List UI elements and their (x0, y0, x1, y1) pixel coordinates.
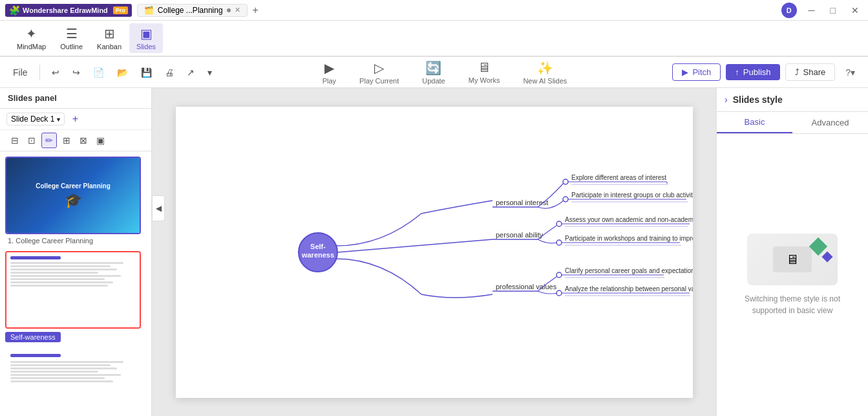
panel-note: Switching theme style is not supported i… (727, 293, 858, 316)
svg-text:Analyze the relationship betwe: Analyze the relationship between persona… (565, 285, 693, 292)
deck-selector[interactable]: Slide Deck 1 ▾ (6, 113, 65, 126)
center-actions: ▶ Play ▷ Play Current 🔄 Update 🖥 My Work… (217, 58, 673, 87)
slide-1-thumbnail[interactable]: College Career Planning 🎓 1. College Car… (5, 157, 146, 245)
right-panel: › Slides style Basic Advanced 🖥 Switchin… (716, 88, 868, 416)
grid-view-button[interactable]: ⊟ (8, 133, 22, 148)
pro-badge: Pro (113, 6, 128, 14)
undo-button[interactable]: ↩ (47, 65, 65, 80)
slide-3-preview (5, 349, 141, 416)
new-ai-slides-icon: ✨ (537, 60, 553, 76)
mindmap-label: MindMap (17, 43, 46, 50)
slide-2-lines (10, 262, 136, 287)
svg-text:personal ability: personal ability (496, 231, 544, 239)
slide-canvas[interactable]: Self- wareness personal interest (176, 107, 693, 398)
print-button[interactable]: 🖨 (160, 65, 179, 80)
outline-view-button[interactable]: ⊞ (59, 133, 74, 148)
play-current-icon: ▷ (374, 60, 384, 76)
slides-panel: Slides panel Slide Deck 1 ▾ + ⊟ ⊡ ✏ ⊞ ⊠ … (0, 88, 152, 416)
screen-decoration: 🖥 (773, 246, 812, 272)
right-actions: ▶ Pitch ↑ Publish ⤴ Share ?▾ (672, 63, 860, 81)
flow-view-button[interactable]: ⊠ (76, 133, 90, 148)
outline-button[interactable]: ☰ Outline (54, 23, 89, 53)
mindmap-button[interactable]: ✦ MindMap (10, 23, 52, 53)
play-current-button[interactable]: ▷ Play Current (354, 58, 404, 87)
basic-tab[interactable]: Basic (717, 112, 792, 133)
tab-title: College ...Planning (158, 6, 223, 15)
redo-button[interactable]: ↪ (67, 65, 85, 80)
main-area: Slides panel Slide Deck 1 ▾ + ⊟ ⊡ ✏ ⊞ ⊠ … (0, 88, 868, 416)
add-slide-button[interactable]: + (69, 113, 81, 126)
svg-point-17 (556, 240, 562, 245)
slide-1-label: 1. College Career Planning (5, 237, 146, 245)
user-avatar[interactable]: D (781, 3, 797, 18)
slide-2-preview (5, 251, 141, 329)
minimize-button[interactable]: ─ (805, 4, 819, 17)
pitch-label: Pitch (692, 67, 711, 77)
close-button[interactable]: ✕ (847, 4, 863, 17)
slide-3-thumbnail[interactable]: Career Exploration (5, 349, 146, 416)
panel-collapse-button[interactable]: › (725, 94, 728, 105)
more-button[interactable]: ▾ (202, 65, 217, 80)
share-icon: ⤴ (795, 67, 799, 77)
play-button[interactable]: ▶ Play (317, 58, 341, 87)
maximize-button[interactable]: □ (827, 4, 840, 17)
file-label: File (13, 67, 28, 78)
svg-point-14 (556, 221, 562, 226)
deck-name: Slide Deck 1 (11, 115, 54, 124)
view-mode-group: ✦ MindMap ☰ Outline ⊞ Kanban ▣ Slides (5, 23, 168, 53)
svg-text:wareness: wareness (301, 251, 333, 259)
save-button[interactable]: 💾 (136, 65, 157, 80)
open-button[interactable]: 📂 (112, 65, 133, 80)
slides-panel-title: Slides panel (8, 93, 57, 103)
svg-point-9 (563, 197, 568, 202)
my-works-button[interactable]: 🖥 My Works (463, 58, 505, 87)
svg-text:Explore different areas of int: Explore different areas of interest (571, 174, 666, 181)
kanban-icon: ⊞ (104, 26, 115, 41)
slide-2-name-tag: Self-wareness (5, 332, 61, 342)
svg-text:Assess your own academic and n: Assess your own academic and non-academi… (565, 216, 693, 223)
list-view-button[interactable]: ⊡ (25, 133, 39, 148)
slides-style-title: Slides style (733, 94, 783, 105)
slides-panel-header: Slides panel (0, 88, 151, 109)
active-tab[interactable]: 🗂️ College ...Planning ✕ (137, 4, 248, 17)
my-works-icon: 🖥 (478, 60, 491, 75)
pitch-button[interactable]: ▶ Pitch (672, 63, 721, 81)
new-button[interactable]: 📄 (88, 65, 109, 80)
publish-button[interactable]: ↑ Publish (726, 64, 779, 80)
advanced-tab[interactable]: Advanced (792, 112, 868, 133)
play-label: Play (323, 77, 336, 85)
slide-1-preview: College Career Planning 🎓 (5, 157, 141, 234)
separator-1 (39, 65, 40, 80)
play-current-label: Play Current (359, 77, 399, 85)
kanban-button[interactable]: ⊞ Kanban (90, 23, 128, 53)
svg-text:Clarify personal career goals : Clarify personal career goals and expect… (565, 267, 693, 274)
slide-2-thumbnail[interactable]: Self-wareness (5, 251, 146, 342)
tab-icon: 🗂️ (144, 6, 154, 15)
slide-1-icon-preview: 🎓 (65, 192, 82, 209)
share-button[interactable]: ⤴ Share (785, 63, 836, 81)
tab-close-icon[interactable]: ✕ (235, 6, 240, 14)
ribbon-toolbar: ✦ MindMap ☰ Outline ⊞ Kanban ▣ Slides (0, 21, 868, 57)
style-tabs: Basic Advanced (717, 112, 868, 134)
svg-text:Self-: Self- (310, 243, 326, 250)
publish-label: Publish (743, 67, 771, 77)
edit-view-button[interactable]: ✏ (41, 133, 57, 148)
mindmap-svg: Self- wareness personal interest (176, 107, 693, 398)
kanban-label: Kanban (97, 43, 122, 50)
outline-icon: ☰ (66, 26, 78, 41)
right-panel-content: 🖥 Switching theme style is not supported… (717, 134, 868, 416)
present-view-button[interactable]: ▣ (93, 133, 108, 148)
svg-text:Participate in interest groups: Participate in interest groups or club a… (571, 192, 693, 199)
new-ai-slides-button[interactable]: ✨ New AI Slides (518, 58, 572, 87)
new-ai-slides-label: New AI Slides (523, 77, 567, 85)
undo-redo-group: File ↩ ↪ 📄 📂 💾 🖨 ↗ ▾ (8, 65, 217, 80)
outline-label: Outline (60, 43, 83, 50)
file-button[interactable]: File (8, 65, 33, 80)
collapse-panel-button[interactable]: ◀ (152, 195, 165, 221)
update-label: Update (422, 77, 445, 85)
add-tab-button[interactable]: + (253, 5, 259, 16)
export-button[interactable]: ↗ (182, 65, 200, 80)
update-button[interactable]: 🔄 Update (417, 58, 450, 87)
slides-button[interactable]: ▣ Slides (129, 23, 163, 53)
help-button[interactable]: ?▾ (840, 65, 860, 80)
